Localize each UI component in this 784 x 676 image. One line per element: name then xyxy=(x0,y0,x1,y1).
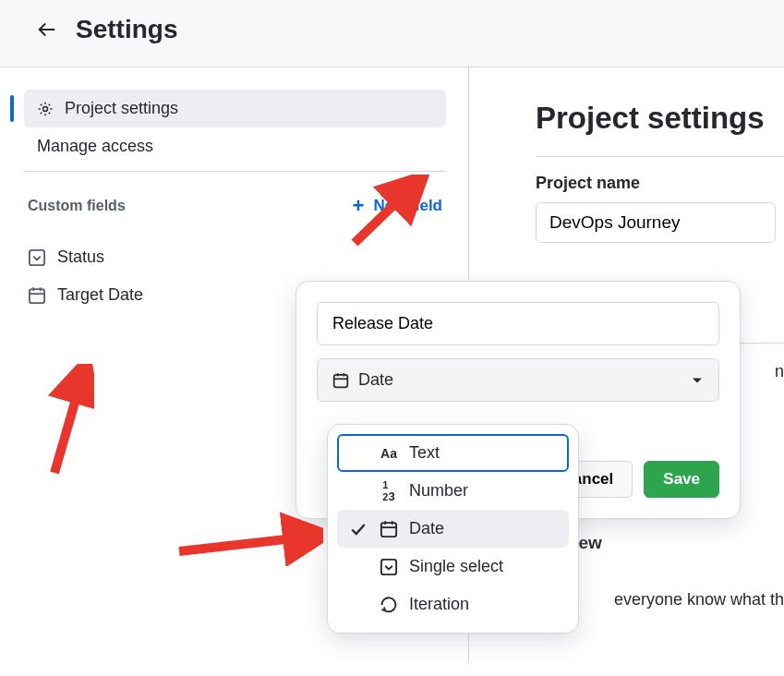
field-item-label: Target Date xyxy=(57,285,143,305)
dropdown-item-label: Date xyxy=(409,519,444,538)
dropdown-item-number[interactable]: 123 Number xyxy=(337,472,569,510)
dropdown-item-single-select[interactable]: Single select xyxy=(337,548,569,585)
field-item-label: Status xyxy=(57,247,104,267)
dropdown-item-date[interactable]: Date xyxy=(337,510,569,548)
text-icon: Aa xyxy=(380,444,398,463)
text-fragment: n xyxy=(775,362,784,380)
project-name-input[interactable] xyxy=(536,202,776,243)
field-name-input[interactable] xyxy=(317,302,719,345)
field-type-dropdown: Aa Text 123 Number Date xyxy=(327,424,579,634)
main-title: Project settings xyxy=(536,101,784,136)
page-title: Settings xyxy=(76,15,177,44)
settings-header: Settings xyxy=(0,0,784,67)
svg-rect-3 xyxy=(30,289,44,303)
back-arrow-icon[interactable] xyxy=(37,19,57,40)
date-icon xyxy=(28,286,46,305)
dropdown-item-label: Number xyxy=(409,481,468,501)
iteration-icon xyxy=(380,596,398,614)
dropdown-item-label: Iteration xyxy=(409,595,469,614)
new-field-label: New field xyxy=(373,197,442,215)
save-button[interactable]: Save xyxy=(644,461,719,498)
sidebar-item-label: Project settings xyxy=(65,99,178,118)
date-icon xyxy=(332,372,349,389)
sidebar-item-project-settings[interactable]: Project settings xyxy=(24,90,446,127)
nav-list: Project settings Manage access xyxy=(24,90,446,172)
svg-rect-2 xyxy=(30,249,44,264)
field-item-status[interactable]: Status xyxy=(24,238,446,276)
single-select-icon xyxy=(28,248,46,267)
date-icon xyxy=(380,520,398,538)
number-icon: 123 xyxy=(380,482,398,501)
custom-fields-label: Custom fields xyxy=(28,198,126,214)
dropdown-item-text[interactable]: Aa Text xyxy=(337,434,569,472)
dropdown-item-label: Single select xyxy=(409,557,503,576)
sidebar-item-manage-access[interactable]: Manage access xyxy=(24,127,446,165)
plus-icon: + xyxy=(353,196,365,216)
field-type-select[interactable]: Date xyxy=(317,358,719,402)
single-select-icon xyxy=(380,558,398,576)
check-icon xyxy=(350,521,367,537)
selected-type-label: Date xyxy=(358,370,393,390)
new-field-button[interactable]: + New field xyxy=(353,196,442,216)
sidebar-item-label: Manage access xyxy=(37,137,153,156)
gear-icon xyxy=(37,101,54,117)
custom-fields-header: Custom fields + New field xyxy=(24,172,446,223)
svg-point-1 xyxy=(43,106,48,111)
project-name-label: Project name xyxy=(536,174,784,193)
svg-rect-15 xyxy=(381,559,396,573)
dropdown-item-label: Text xyxy=(409,443,440,463)
svg-rect-7 xyxy=(334,374,348,387)
svg-rect-11 xyxy=(381,523,396,537)
dropdown-item-iteration[interactable]: Iteration xyxy=(337,585,569,623)
